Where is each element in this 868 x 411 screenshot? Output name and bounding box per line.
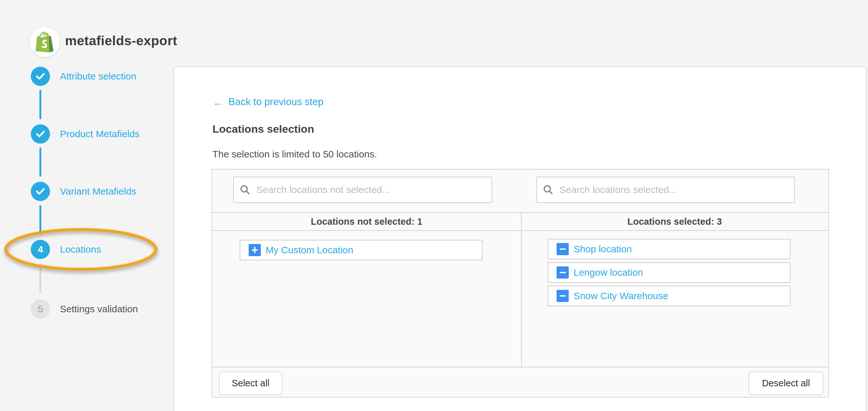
step-pending-circle: 5 (31, 299, 50, 319)
not-selected-header: Locations not selected: 1 (212, 213, 521, 230)
check-icon (36, 130, 45, 138)
step-done-circle (31, 182, 50, 201)
app-root: metafields-export Attribute selection Pr… (0, 0, 868, 411)
step-connector-3-4 (39, 205, 41, 234)
sidebar-step-locations[interactable]: 4 Locations (31, 240, 101, 259)
sidebar-step-product-metafields[interactable]: Product Metafields (31, 124, 140, 144)
selection-limit-note: The selection is limited to 50 locations… (212, 149, 377, 160)
column-divider (521, 212, 522, 367)
step-label: Settings validation (60, 303, 138, 315)
location-label: My Custom Location (266, 245, 353, 256)
sidebar-step-variant-metafields[interactable]: Variant Metafields (31, 182, 136, 201)
step-label: Product Metafields (60, 128, 140, 140)
search-row (212, 170, 828, 212)
step-done-circle (31, 124, 50, 144)
step-connector-1-2 (39, 90, 41, 119)
check-icon (36, 73, 45, 80)
step-label: Attribute selection (60, 71, 136, 82)
deselect-all-button[interactable]: Deselect all (748, 372, 824, 395)
step-number: 5 (38, 303, 43, 315)
search-selected-box (536, 177, 795, 203)
page-title: metafields-export (65, 33, 177, 49)
location-label: Shop location (574, 244, 632, 255)
section-heading: Locations selection (212, 123, 314, 135)
selected-header: Locations selected: 3 (521, 213, 828, 230)
back-link-label: Back to previous step (228, 96, 323, 108)
search-icon (543, 184, 554, 195)
step-done-circle (31, 67, 50, 86)
sidebar-step-attribute-selection[interactable]: Attribute selection (31, 67, 136, 86)
step-connector-4-5 (39, 264, 41, 293)
select-all-button[interactable]: Select all (219, 372, 282, 395)
check-icon (36, 188, 45, 195)
add-icon[interactable]: + (249, 244, 261, 256)
step-number: 4 (38, 244, 43, 255)
transfer-footer: Select all Deselect all (212, 367, 828, 397)
location-label: Lengow location (574, 267, 643, 278)
step-current-circle: 4 (31, 240, 50, 259)
remove-icon[interactable]: − (557, 290, 569, 302)
location-row-my-custom-location[interactable]: + My Custom Location (240, 240, 483, 260)
step-connector-2-3 (39, 147, 41, 177)
search-selected-input[interactable] (559, 184, 788, 196)
step-label: Locations (60, 244, 101, 255)
shopify-logo (30, 27, 60, 57)
remove-icon[interactable]: − (557, 266, 569, 278)
back-to-previous-step-link[interactable]: ← Back to previous step (212, 96, 323, 108)
locations-transfer-table: Locations not selected: 1 Locations sele… (212, 169, 829, 398)
search-not-selected-box (233, 177, 492, 203)
step-label: Variant Metafields (60, 186, 136, 197)
sidebar-step-settings-validation: 5 Settings validation (31, 299, 138, 319)
search-icon (240, 184, 251, 195)
location-label: Snow City Warehouse (574, 290, 669, 301)
remove-icon[interactable]: − (557, 243, 569, 255)
search-not-selected-input[interactable] (256, 184, 486, 196)
shopify-bag-icon (36, 31, 54, 53)
location-row-snow-city-warehouse[interactable]: − Snow City Warehouse (548, 286, 790, 306)
location-row-shop-location[interactable]: − Shop location (548, 239, 790, 259)
back-arrow-icon: ← (212, 97, 224, 107)
column-headers: Locations not selected: 1 Locations sele… (212, 212, 828, 231)
location-row-lengow-location[interactable]: − Lengow location (548, 262, 790, 283)
